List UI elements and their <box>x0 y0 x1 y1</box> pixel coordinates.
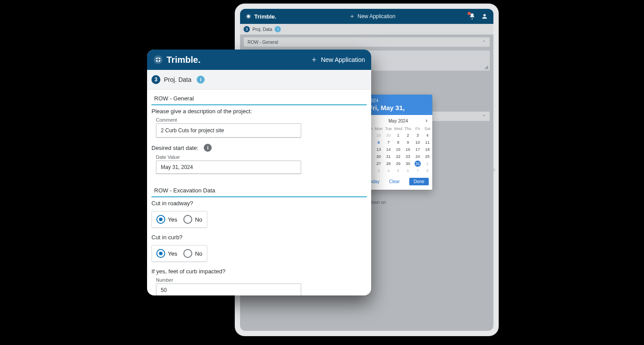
calendar-weekday-label: Tue <box>384 126 393 132</box>
brand-name: Trimble. <box>167 55 201 65</box>
calendar-day-cell[interactable]: 17 <box>413 146 423 153</box>
calendar-day-cell[interactable]: 20 <box>374 153 384 160</box>
calendar-day-cell[interactable]: 6 <box>374 139 384 146</box>
step-number-badge: 3 <box>151 75 160 84</box>
section-title-label: ROW - General <box>248 40 278 45</box>
radio-no-label: No <box>195 216 202 223</box>
feet-impacted-label: If yes, feet of curb impacted? <box>151 268 367 275</box>
comment-sublabel: Comment <box>156 117 367 123</box>
calendar-day-cell[interactable]: 1 <box>393 132 403 139</box>
calendar-weekday-label: Sat <box>423 126 432 132</box>
next-month-button[interactable] <box>423 118 430 124</box>
cut-roadway-yes-radio[interactable]: Yes <box>156 215 177 224</box>
calendar-day-cell[interactable]: 15 <box>393 146 403 153</box>
calendar-day-cell[interactable]: 11 <box>423 139 432 146</box>
calendar-day-cell[interactable]: 9 <box>403 139 413 146</box>
start-date-label: Desired start date: <box>151 145 198 151</box>
calendar-day-cell[interactable]: 2 <box>403 132 413 139</box>
calendar-day-cell[interactable]: 6 <box>403 167 413 174</box>
description-label: Please give a description of the project… <box>151 108 367 115</box>
plus-icon <box>349 14 355 19</box>
calendar-day-cell[interactable]: 3 <box>374 167 384 174</box>
step-number-badge: 3 <box>244 26 250 32</box>
calendar-day-cell[interactable]: 24 <box>413 153 423 160</box>
date-picker-grid: SunMonTueWedThuFriSat 282930123456789101… <box>364 126 432 174</box>
tablet-section-row-general[interactable]: ROW - General ⌃ <box>244 37 490 47</box>
calendar-day-cell[interactable]: 8 <box>393 139 403 146</box>
info-icon[interactable]: i <box>197 76 205 84</box>
calendar-day-cell[interactable]: 3 <box>413 132 423 139</box>
account-button[interactable] <box>481 13 488 20</box>
calendar-day-cell[interactable]: 16 <box>403 146 413 153</box>
trimble-mark-icon <box>245 13 252 19</box>
date-picker-header: 2024 Fri, May 31, <box>364 95 432 115</box>
section-title-row-general: ROW - General <box>151 90 367 105</box>
plus-icon <box>311 57 317 63</box>
calendar-day-cell[interactable]: 27 <box>374 160 384 167</box>
calendar-day-cell[interactable]: 21 <box>384 153 393 160</box>
date-picker-done-button[interactable]: Done <box>409 178 429 185</box>
calendar-day-cell[interactable]: 30 <box>384 132 393 139</box>
new-application-button[interactable]: New Application <box>349 13 395 19</box>
number-sublabel: Number <box>156 277 367 283</box>
radio-no-label: No <box>195 250 202 257</box>
calendar-day-cell[interactable]: 22 <box>393 153 403 160</box>
tablet-app-header: Trimble. New Application <box>240 9 493 24</box>
cut-curb-no-radio[interactable]: No <box>183 249 202 258</box>
calendar-day-cell[interactable]: 13 <box>374 146 384 153</box>
calendar-day-cell[interactable]: 4 <box>384 167 393 174</box>
notification-badge-icon <box>468 12 471 15</box>
calendar-day-cell[interactable]: 10 <box>413 139 423 146</box>
calendar-day-cell[interactable]: 4 <box>423 132 432 139</box>
cut-curb-label: Cut in curb? <box>151 234 367 241</box>
new-application-label: New Application <box>357 13 395 19</box>
calendar-weekday-label: Mon <box>374 126 384 132</box>
calendar-day-cell[interactable]: 28 <box>384 160 393 167</box>
calendar-day-cell[interactable]: 29 <box>374 132 384 139</box>
cut-curb-radio-group: Yes No <box>151 245 207 262</box>
step-label: Proj. Data <box>164 76 191 83</box>
calendar-day-cell[interactable]: 7 <box>413 167 423 174</box>
brand-logo: Trimble. <box>245 13 276 20</box>
date-picker-month-label[interactable]: May 2024 <box>388 119 408 123</box>
calendar-weekday-label: Thu <box>403 126 413 132</box>
chevron-up-icon: ⌃ <box>482 114 486 119</box>
date-picker-year[interactable]: 2024 <box>369 98 428 103</box>
calendar-day-cell[interactable]: 25 <box>423 153 432 160</box>
calendar-day-cell[interactable]: 29 <box>393 160 403 167</box>
feet-impacted-input[interactable] <box>156 284 301 295</box>
cut-roadway-radio-group: Yes No <box>151 211 207 228</box>
info-icon[interactable]: i <box>275 26 281 32</box>
calendar-day-cell[interactable]: 30 <box>403 160 413 167</box>
radio-yes-label: Yes <box>168 216 177 223</box>
step-label: Proj. Data <box>252 27 272 32</box>
calendar-day-cell[interactable]: 5 <box>393 167 403 174</box>
calendar-day-cell[interactable]: 14 <box>384 146 393 153</box>
form-body: ROW - General Please give a description … <box>147 90 371 295</box>
brand-logo: Trimble. <box>153 55 201 65</box>
calendar-weekday-label: Wed <box>393 126 403 132</box>
trimble-mark-icon <box>153 55 163 65</box>
date-picker-headline-date[interactable]: Fri, May 31, <box>369 104 428 111</box>
date-picker-clear-button[interactable]: Clear <box>389 179 400 184</box>
calendar-day-cell[interactable]: 31 <box>413 160 423 167</box>
calendar-day-cell[interactable]: 1 <box>423 160 432 167</box>
notifications-button[interactable] <box>469 13 476 20</box>
tablet-step-bar: 3 Proj. Data i <box>240 24 493 34</box>
calendar-day-cell[interactable]: 8 <box>423 167 432 174</box>
date-picker-month-nav: May 2024 <box>364 115 432 126</box>
svg-point-1 <box>247 15 250 18</box>
start-date-input[interactable] <box>156 161 301 174</box>
date-picker-popover: 2024 Fri, May 31, May 2024 SunMonTueWedT… <box>364 95 432 190</box>
new-application-button[interactable]: New Application <box>311 56 365 63</box>
cut-curb-yes-radio[interactable]: Yes <box>156 249 177 258</box>
calendar-day-cell[interactable]: 18 <box>423 146 432 153</box>
user-icon <box>481 13 488 20</box>
calendar-day-cell[interactable]: 7 <box>384 139 393 146</box>
cut-roadway-no-radio[interactable]: No <box>183 215 202 224</box>
comment-input[interactable] <box>156 123 301 138</box>
info-icon[interactable]: i <box>204 144 212 152</box>
calendar-weekday-label: Fri <box>413 126 423 132</box>
calendar-day-cell[interactable]: 23 <box>403 153 413 160</box>
step-bar: 3 Proj. Data i <box>147 70 371 90</box>
